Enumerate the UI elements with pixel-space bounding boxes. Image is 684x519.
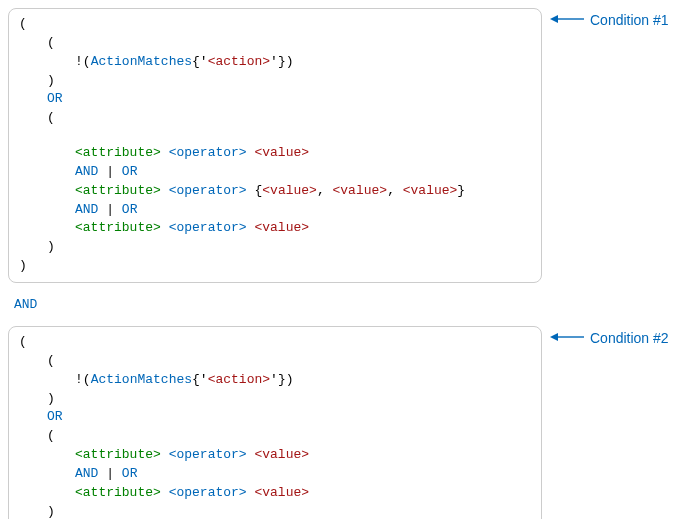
paren-open: ( — [47, 353, 55, 368]
not-operator: ! — [75, 372, 83, 387]
pipe: | — [106, 466, 114, 481]
paren-close: ) — [19, 258, 27, 273]
and-keyword: AND — [75, 466, 98, 481]
paren-open: ( — [83, 372, 91, 387]
brace-close: } — [457, 183, 465, 198]
action-placeholder: <action> — [208, 54, 270, 69]
operator-placeholder: <operator> — [169, 145, 247, 160]
code-line: AND | OR — [19, 163, 531, 182]
or-keyword: OR — [47, 91, 63, 106]
code-box-2: ( ( !(ActionMatches{'<action>'}) ) OR ( … — [8, 326, 542, 519]
value-placeholder: <value> — [254, 485, 309, 500]
code-line: ) — [19, 72, 531, 91]
paren-close: ) — [47, 239, 55, 254]
attribute-placeholder: <attribute> — [75, 145, 161, 160]
code-line: OR — [19, 408, 531, 427]
fn-actionmatches: ActionMatches — [91, 54, 192, 69]
attribute-placeholder: <attribute> — [75, 447, 161, 462]
paren-close: ) — [286, 54, 294, 69]
attribute-placeholder: <attribute> — [75, 485, 161, 500]
code-line: ) — [19, 257, 531, 276]
annotation-2: Condition #2 — [550, 330, 669, 346]
code-line: <attribute> <operator> <value> — [19, 219, 531, 238]
and-keyword: AND — [75, 202, 98, 217]
paren-open: ( — [83, 54, 91, 69]
arrow-left-icon — [550, 330, 584, 346]
code-line: ( — [19, 333, 531, 352]
pipe: | — [106, 164, 114, 179]
paren-close: ) — [47, 504, 55, 519]
action-placeholder: <action> — [208, 372, 270, 387]
and-keyword: AND — [75, 164, 98, 179]
paren-close: ) — [47, 391, 55, 406]
paren-open: ( — [47, 428, 55, 443]
code-line: ( — [19, 15, 531, 34]
paren-open: ( — [19, 334, 27, 349]
code-line: ) — [19, 503, 531, 519]
value-placeholder: <value> — [254, 447, 309, 462]
code-box-1: ( ( !(ActionMatches{'<action>'}) ) OR ( … — [8, 8, 542, 283]
value-placeholder: <value> — [403, 183, 458, 198]
code-line: <attribute> <operator> <value> — [19, 446, 531, 465]
code-line: ) — [19, 238, 531, 257]
value-placeholder: <value> — [254, 220, 309, 235]
paren-open: ( — [47, 110, 55, 125]
fn-actionmatches: ActionMatches — [91, 372, 192, 387]
operator-placeholder: <operator> — [169, 220, 247, 235]
templ-close: '} — [270, 372, 286, 387]
annotation-label: Condition #1 — [590, 12, 669, 28]
not-operator: ! — [75, 54, 83, 69]
code-line: <attribute> <operator> {<value>, <value>… — [19, 182, 531, 201]
or-keyword: OR — [122, 164, 138, 179]
attribute-placeholder: <attribute> — [75, 183, 161, 198]
templ-close: '} — [270, 54, 286, 69]
or-keyword: OR — [122, 466, 138, 481]
svg-marker-3 — [550, 333, 558, 341]
operator-placeholder: <operator> — [169, 485, 247, 500]
pipe: | — [106, 202, 114, 217]
paren-open: ( — [47, 35, 55, 50]
paren-close: ) — [286, 372, 294, 387]
code-line: <attribute> <operator> <value> — [19, 144, 531, 163]
templ-open: {' — [192, 372, 208, 387]
value-placeholder: <value> — [262, 183, 317, 198]
paren-open: ( — [19, 16, 27, 31]
code-line: AND | OR — [19, 201, 531, 220]
templ-open: {' — [192, 54, 208, 69]
arrow-left-icon — [550, 12, 584, 28]
code-line: ) — [19, 390, 531, 409]
code-line: ( — [19, 34, 531, 53]
operator-placeholder: <operator> — [169, 447, 247, 462]
annotation-1: Condition #1 — [550, 12, 669, 28]
condition-block-2: ( ( !(ActionMatches{'<action>'}) ) OR ( … — [8, 326, 676, 519]
operator-placeholder: <operator> — [169, 183, 247, 198]
condition-block-1: ( ( !(ActionMatches{'<action>'}) ) OR ( … — [8, 8, 676, 283]
or-keyword: OR — [122, 202, 138, 217]
comma: , — [317, 183, 325, 198]
attribute-placeholder: <attribute> — [75, 220, 161, 235]
or-keyword: OR — [47, 409, 63, 424]
paren-close: ) — [47, 73, 55, 88]
between-and: AND — [14, 297, 676, 312]
code-line: AND | OR — [19, 465, 531, 484]
svg-marker-1 — [550, 15, 558, 23]
code-line: ( — [19, 109, 531, 128]
value-placeholder: <value> — [333, 183, 388, 198]
code-line: OR — [19, 90, 531, 109]
code-blank — [19, 128, 531, 144]
code-line: ( — [19, 427, 531, 446]
code-line: ( — [19, 352, 531, 371]
code-line: <attribute> <operator> <value> — [19, 484, 531, 503]
code-line: !(ActionMatches{'<action>'}) — [19, 371, 531, 390]
code-line: !(ActionMatches{'<action>'}) — [19, 53, 531, 72]
annotation-label: Condition #2 — [590, 330, 669, 346]
comma: , — [387, 183, 395, 198]
value-placeholder: <value> — [254, 145, 309, 160]
